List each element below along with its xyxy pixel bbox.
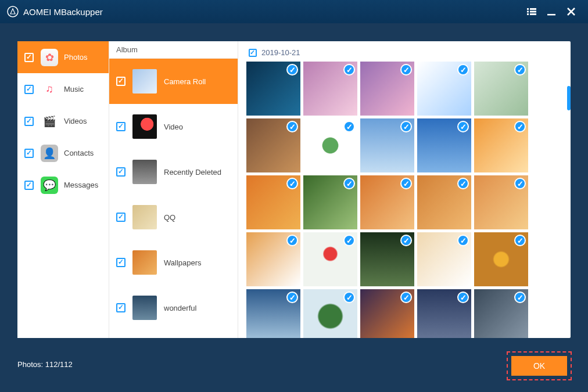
- sidebar-checkbox[interactable]: [24, 53, 34, 62]
- selected-badge-icon: ✓: [400, 235, 412, 246]
- album-header: Album: [109, 41, 238, 59]
- selected-badge-icon: ✓: [286, 235, 298, 246]
- photo-thumb[interactable]: ✓: [417, 118, 471, 172]
- list-view-icon[interactable]: [522, 2, 542, 21]
- selected-badge-icon: ✓: [400, 292, 412, 303]
- photo-thumb[interactable]: ✓: [417, 232, 471, 286]
- photo-thumb[interactable]: ✓: [474, 232, 528, 286]
- album-item[interactable]: QQ: [109, 195, 238, 240]
- photo-thumb[interactable]: ✓: [474, 118, 528, 172]
- photo-thumb[interactable]: ✓: [303, 175, 357, 229]
- close-button[interactable]: [561, 2, 581, 21]
- album-item[interactable]: Wallpapers: [109, 240, 238, 285]
- selected-badge-icon: ✓: [514, 178, 526, 189]
- album-checkbox[interactable]: [116, 213, 126, 222]
- selected-badge-icon: ✓: [286, 292, 298, 303]
- photo-thumb[interactable]: ✓: [474, 62, 528, 116]
- svg-rect-7: [547, 14, 555, 16]
- selected-badge-icon: ✓: [286, 64, 298, 75]
- scrollbar-thumb[interactable]: [567, 86, 571, 110]
- photo-thumb[interactable]: ✓: [246, 289, 300, 338]
- ok-button[interactable]: OK: [511, 356, 567, 376]
- selected-badge-icon: ✓: [457, 235, 469, 246]
- album-label: Recently Deleted: [164, 168, 221, 177]
- photo-thumb[interactable]: ✓: [360, 175, 414, 229]
- sidebar-item-contacts[interactable]: 👤 Contacts: [17, 137, 109, 169]
- photo-thumb[interactable]: ✓: [303, 62, 357, 116]
- photo-grid: ✓✓✓✓✓✓✓✓✓✓✓✓✓✓✓✓✓✓✓✓✓✓✓✓✓: [246, 62, 562, 338]
- messages-icon: 💬: [41, 177, 58, 194]
- album-checkbox[interactable]: [116, 77, 126, 86]
- album-item[interactable]: Recently Deleted: [109, 149, 238, 195]
- videos-icon: 🎬: [41, 113, 58, 130]
- sidebar-item-messages[interactable]: 💬 Messages: [17, 169, 109, 201]
- photo-thumb[interactable]: ✓: [246, 62, 300, 116]
- photo-thumb[interactable]: ✓: [303, 289, 357, 338]
- date-label: 2019-10-21: [261, 48, 300, 57]
- album-item[interactable]: Camera Roll: [109, 59, 238, 104]
- photo-thumb[interactable]: ✓: [474, 175, 528, 229]
- date-checkbox[interactable]: [249, 49, 257, 57]
- sidebar-checkbox[interactable]: [24, 85, 34, 94]
- album-thumb: [132, 69, 157, 93]
- album-thumb: [132, 160, 157, 184]
- photo-thumb[interactable]: ✓: [360, 232, 414, 286]
- selected-badge-icon: ✓: [343, 235, 355, 246]
- album-label: Wallpapers: [164, 258, 202, 267]
- photo-grid-panel: 2019-10-21 ✓✓✓✓✓✓✓✓✓✓✓✓✓✓✓✓✓✓✓✓✓✓✓✓✓: [238, 41, 571, 338]
- album-checkbox[interactable]: [116, 258, 126, 267]
- album-label: Video: [164, 123, 183, 131]
- album-label: Camera Roll: [164, 77, 206, 86]
- svg-rect-3: [527, 11, 529, 13]
- album-checkbox[interactable]: [116, 122, 126, 131]
- album-list: Album Camera Roll Video Recently Deleted…: [109, 41, 238, 338]
- photo-thumb[interactable]: ✓: [360, 62, 414, 116]
- sidebar-checkbox[interactable]: [24, 181, 34, 190]
- selected-badge-icon: ✓: [286, 178, 298, 189]
- date-group[interactable]: 2019-10-21: [249, 48, 562, 57]
- album-checkbox[interactable]: [116, 167, 126, 177]
- selected-badge-icon: ✓: [457, 64, 469, 75]
- album-item[interactable]: wonderful: [109, 285, 238, 330]
- photo-thumb[interactable]: ✓: [360, 289, 414, 338]
- photo-thumb[interactable]: ✓: [246, 118, 300, 172]
- photo-thumb[interactable]: ✓: [474, 289, 528, 338]
- photos-icon: ✿: [41, 49, 58, 66]
- svg-rect-4: [530, 11, 536, 13]
- photo-thumb[interactable]: ✓: [417, 175, 471, 229]
- photo-thumb[interactable]: ✓: [303, 232, 357, 286]
- app-title: AOMEI MBackupper: [23, 7, 522, 17]
- sidebar-item-videos[interactable]: 🎬 Videos: [17, 105, 109, 137]
- album-thumb: [132, 205, 157, 229]
- photo-thumb[interactable]: ✓: [360, 118, 414, 172]
- selected-badge-icon: ✓: [400, 121, 412, 132]
- music-icon: ♫: [41, 81, 58, 98]
- selected-badge-icon: ✓: [400, 64, 412, 75]
- svg-rect-5: [527, 13, 529, 15]
- selected-badge-icon: ✓: [457, 121, 469, 132]
- sidebar-item-photos[interactable]: ✿ Photos: [17, 41, 109, 73]
- app-logo-icon: [7, 6, 19, 17]
- photo-thumb[interactable]: ✓: [246, 232, 300, 286]
- album-thumb: [132, 250, 157, 275]
- sidebar-checkbox[interactable]: [24, 117, 34, 126]
- selected-badge-icon: ✓: [400, 178, 412, 189]
- photo-thumb[interactable]: ✓: [417, 289, 471, 338]
- selected-badge-icon: ✓: [457, 178, 469, 189]
- album-item[interactable]: Video: [109, 104, 238, 149]
- sidebar-label: Messages: [64, 181, 98, 189]
- selected-badge-icon: ✓: [514, 64, 526, 75]
- photo-thumb[interactable]: ✓: [303, 118, 357, 172]
- photo-thumb[interactable]: ✓: [417, 62, 471, 116]
- sidebar-item-music[interactable]: ♫ Music: [17, 73, 109, 105]
- album-checkbox[interactable]: [116, 303, 126, 312]
- album-label: QQ: [164, 213, 175, 222]
- minimize-button[interactable]: [542, 2, 561, 21]
- selected-badge-icon: ✓: [286, 121, 298, 132]
- svg-rect-2: [530, 8, 536, 10]
- album-thumb: [132, 114, 157, 139]
- sidebar-label: Music: [64, 85, 84, 93]
- photo-thumb[interactable]: ✓: [246, 175, 300, 229]
- selected-badge-icon: ✓: [343, 121, 355, 132]
- sidebar-checkbox[interactable]: [24, 149, 34, 158]
